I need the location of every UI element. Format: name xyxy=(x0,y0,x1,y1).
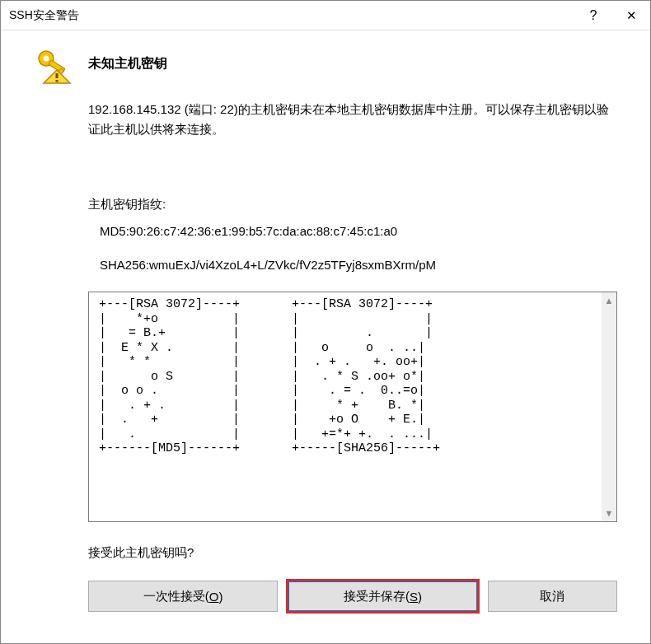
window-title: SSH安全警告 xyxy=(9,8,574,23)
accept-save-label-pre: 接受并保存( xyxy=(344,589,410,604)
scroll-up-button[interactable]: ▲ xyxy=(602,292,616,309)
scroll-down-button[interactable]: ▼ xyxy=(602,505,616,521)
accept-once-label-post: ) xyxy=(218,590,222,604)
accept-once-accelerator: O xyxy=(209,590,219,604)
svg-point-1 xyxy=(44,56,49,62)
button-row: 一次性接受(O) 接受并保存(S) 取消 xyxy=(88,581,617,612)
help-button[interactable]: ? xyxy=(574,1,612,30)
randomart-text: +---[RSA 3072]----+ +---[RSA 3072]----+ … xyxy=(99,297,602,516)
accept-once-button[interactable]: 一次性接受(O) xyxy=(88,581,278,612)
accept-save-accelerator: S xyxy=(410,590,418,604)
svg-rect-5 xyxy=(56,73,59,78)
close-button[interactable]: ✕ xyxy=(612,1,650,30)
md5-fingerprint: MD5:90:26:c7:42:36:e1:99:b5:7c:da:ac:88:… xyxy=(100,224,617,238)
scrollbar[interactable]: ▲ ▼ xyxy=(602,292,616,521)
randomart-box: +---[RSA 3072]----+ +---[RSA 3072]----+ … xyxy=(88,292,617,522)
dialog-heading: 未知主机密钥 xyxy=(88,55,167,72)
accept-save-button[interactable]: 接受并保存(S) xyxy=(288,581,477,612)
accept-save-label-post: ) xyxy=(418,590,422,604)
accept-question-label: 接受此主机密钥吗? xyxy=(88,545,617,561)
accept-once-label-pre: 一次性接受( xyxy=(143,589,209,604)
header-row: 未知主机密钥 xyxy=(34,47,617,86)
dialog-body-text: 192.168.145.132 (端口: 22)的主机密钥未在本地主机密钥数据库… xyxy=(88,100,617,139)
key-warning-icon xyxy=(34,47,73,86)
svg-rect-6 xyxy=(56,80,59,82)
sha256-fingerprint: SHA256:wmuExJ/vi4XzoL4+L/ZVkc/fV2z5TFyj8… xyxy=(100,258,617,272)
dialog-content: 未知主机密钥 192.168.145.132 (端口: 22)的主机密钥未在本地… xyxy=(1,30,650,628)
titlebar: SSH安全警告 ? ✕ xyxy=(1,1,650,30)
fingerprint-label: 主机密钥指纹: xyxy=(88,197,617,212)
cancel-button[interactable]: 取消 xyxy=(488,581,617,612)
